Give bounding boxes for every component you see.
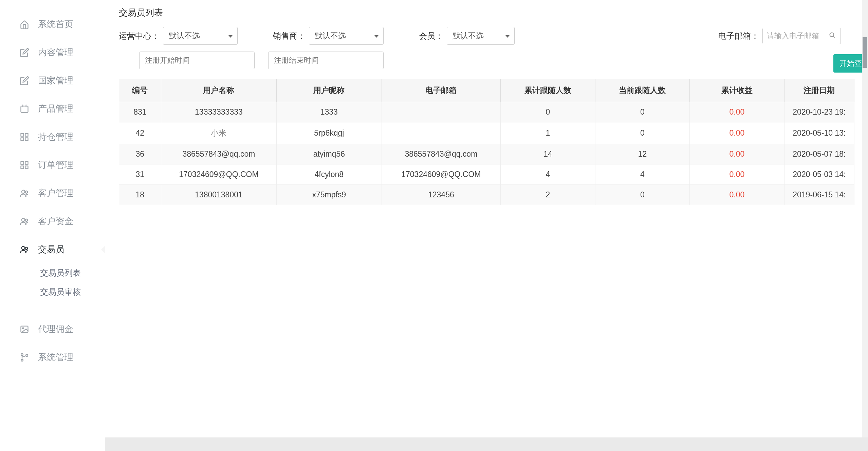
users-icon xyxy=(19,244,30,255)
cell-current-followers: 0 xyxy=(595,102,689,122)
sidebar-item-2[interactable]: 国家管理 xyxy=(0,66,105,95)
table-header-0: 编号 xyxy=(119,79,161,102)
sidebar-item-label: 系统管理 xyxy=(38,351,73,363)
select-member[interactable]: 默认不选 xyxy=(447,27,515,45)
cell-nickname: 1333 xyxy=(277,102,382,122)
sidebar-item-9[interactable]: 代理佣金 xyxy=(0,315,105,343)
svg-rect-0 xyxy=(21,106,28,112)
sidebar-item-1[interactable]: 内容管理 xyxy=(0,38,105,66)
cell-reg-date: 2020-05-07 18: xyxy=(784,144,854,164)
select-center[interactable]: 默认不选 xyxy=(163,27,238,45)
cell-total-followers: 2 xyxy=(501,185,595,205)
cell-email: 170324609@QQ.COM xyxy=(382,164,501,185)
sidebar-subitem-8-1[interactable]: 交易员审核 xyxy=(0,282,105,301)
filter-member-label: 会员： xyxy=(419,31,443,41)
sidebar-item-7[interactable]: 客户资金 xyxy=(0,207,105,235)
svg-point-15 xyxy=(22,246,25,249)
svg-point-16 xyxy=(25,247,27,250)
grid-icon xyxy=(19,160,30,171)
sidebar-item-0[interactable]: 系统首页 xyxy=(0,10,105,38)
search-icon[interactable] xyxy=(824,29,841,42)
svg-point-12 xyxy=(25,191,27,193)
filter-center-label: 运营中心： xyxy=(119,31,160,41)
cell-profit: 0.00 xyxy=(690,185,784,205)
start-date-input[interactable] xyxy=(139,52,255,69)
scrollbar-thumb[interactable] xyxy=(863,37,867,68)
filter-row-2 xyxy=(119,52,854,69)
table-row: 831133333333331333000.002020-10-23 19: xyxy=(119,102,854,122)
calendar-icon xyxy=(19,103,30,114)
cell-id: 36 xyxy=(119,144,161,164)
cell-current-followers: 0 xyxy=(595,185,689,205)
svg-point-11 xyxy=(22,190,25,193)
cell-id: 42 xyxy=(119,122,161,144)
cell-profit: 0.00 xyxy=(690,144,784,164)
cell-total-followers: 1 xyxy=(501,122,595,144)
sidebar-item-5[interactable]: 订单管理 xyxy=(0,151,105,179)
cell-nickname: x75mpfs9 xyxy=(277,185,382,205)
filter-row-1: 运营中心： 默认不选 销售商： 默认不选 会员： 默认不选 电子邮箱： xyxy=(119,27,854,45)
edit-icon xyxy=(19,75,30,86)
svg-point-18 xyxy=(22,328,24,329)
cell-email: 123456 xyxy=(382,185,501,205)
sidebar-item-label: 持仓管理 xyxy=(38,131,73,143)
cell-id: 831 xyxy=(119,102,161,122)
svg-rect-7 xyxy=(21,161,24,164)
table-header-1: 用户名称 xyxy=(161,79,276,102)
sidebar-item-6[interactable]: 客户管理 xyxy=(0,179,105,207)
cell-current-followers: 12 xyxy=(595,144,689,164)
sidebar-item-label: 订单管理 xyxy=(38,159,73,171)
cell-reg-date: 2020-05-10 13: xyxy=(784,122,854,144)
sidebar-item-10[interactable]: 系统管理 xyxy=(0,343,105,371)
page-title: 交易员列表 xyxy=(119,7,854,27)
cell-reg-date: 2019-06-15 14: xyxy=(784,185,854,205)
cell-email xyxy=(382,102,501,122)
sidebar-item-label: 内容管理 xyxy=(38,46,73,58)
svg-point-13 xyxy=(22,218,25,221)
email-search-box xyxy=(762,28,841,44)
footer-bar xyxy=(105,437,868,451)
cell-username: 386557843@qq.com xyxy=(161,144,276,164)
grid-icon xyxy=(19,132,30,142)
table-header-4: 累计跟随人数 xyxy=(501,79,595,102)
cell-username: 170324609@QQ.COM xyxy=(161,164,276,185)
email-input[interactable] xyxy=(763,28,824,44)
cell-profit: 0.00 xyxy=(690,102,784,122)
select-seller[interactable]: 默认不选 xyxy=(309,27,384,45)
cell-reg-date: 2020-10-23 19: xyxy=(784,102,854,122)
sidebar-item-label: 客户管理 xyxy=(38,187,73,199)
table-header-3: 电子邮箱 xyxy=(382,79,501,102)
scrollbar-track[interactable] xyxy=(862,0,868,451)
sidebar-subitem-8-0[interactable]: 交易员列表 xyxy=(0,263,105,282)
table-header-2: 用户昵称 xyxy=(277,79,382,102)
edit-icon xyxy=(19,47,30,58)
sidebar-item-4[interactable]: 持仓管理 xyxy=(0,123,105,151)
trader-table: 编号用户名称用户昵称电子邮箱累计跟随人数当前跟随人数累计收益注册日期 83113… xyxy=(119,79,854,205)
users-icon xyxy=(19,216,30,227)
svg-rect-9 xyxy=(21,166,24,169)
cell-current-followers: 4 xyxy=(595,164,689,185)
svg-rect-8 xyxy=(25,161,28,164)
sidebar-item-3[interactable]: 产品管理 xyxy=(0,95,105,123)
users-icon xyxy=(19,188,30,199)
cell-reg-date: 2020-05-03 14: xyxy=(784,164,854,185)
svg-line-23 xyxy=(833,36,835,38)
table-row: 36386557843@qq.comatyimq56386557843@qq.c… xyxy=(119,144,854,164)
cell-total-followers: 14 xyxy=(501,144,595,164)
cell-profit: 0.00 xyxy=(690,122,784,144)
svg-rect-4 xyxy=(25,133,28,136)
sidebar-item-8[interactable]: 交易员 xyxy=(0,235,105,263)
table-header-5: 当前跟随人数 xyxy=(595,79,689,102)
cell-nickname: 5rp6kqgj xyxy=(277,122,382,144)
cell-username: 13333333333 xyxy=(161,102,276,122)
svg-rect-3 xyxy=(21,133,24,136)
end-date-input[interactable] xyxy=(268,52,384,69)
svg-rect-10 xyxy=(25,166,28,169)
sidebar-item-label: 交易员 xyxy=(38,243,64,255)
sidebar-item-label: 产品管理 xyxy=(38,103,73,115)
cell-nickname: atyimq56 xyxy=(277,144,382,164)
svg-rect-5 xyxy=(21,138,24,140)
table-header-row: 编号用户名称用户昵称电子邮箱累计跟随人数当前跟随人数累计收益注册日期 xyxy=(119,79,854,102)
cell-profit: 0.00 xyxy=(690,164,784,185)
table-header-6: 累计收益 xyxy=(690,79,784,102)
